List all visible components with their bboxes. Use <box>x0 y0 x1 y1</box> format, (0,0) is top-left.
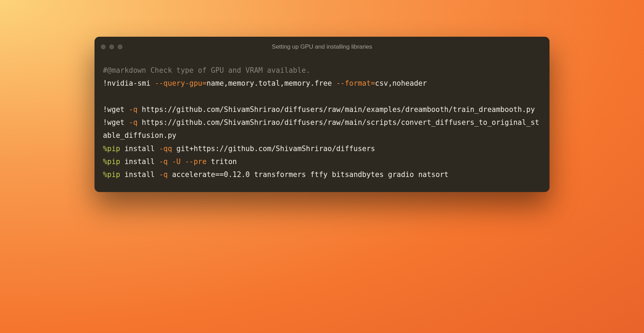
code-token: wget <box>107 105 129 114</box>
code-token: . <box>254 79 258 87</box>
code-token: transformers ftfy bitsandbytes gradio na… <box>250 170 449 179</box>
code-token: - <box>133 79 137 87</box>
code-token: ! <box>103 118 107 127</box>
code-flag: -q <box>129 118 138 127</box>
code-token: triton <box>206 157 237 166</box>
code-token: = <box>371 79 375 87</box>
code-content[interactable]: #@markdown Check type of GPU and VRAM av… <box>94 54 550 192</box>
code-url: https://github.com/ShivamShrirao/diffuse… <box>194 144 375 153</box>
code-flag: --format <box>336 79 371 87</box>
code-token: ! <box>103 105 107 114</box>
code-flag: -q <box>159 170 168 179</box>
code-token: install <box>120 144 159 153</box>
code-flag: -q <box>129 105 138 114</box>
code-flag: --pre <box>185 157 207 166</box>
code-token: install <box>120 170 159 179</box>
code-token: accelerate <box>168 170 215 179</box>
code-token: 0.12.0 <box>224 170 250 179</box>
code-url: https://github.com/ShivamShrirao/diffuse… <box>138 105 535 114</box>
code-token: + <box>189 144 194 153</box>
terminal-window: Setting up GPU and installing libraries … <box>94 37 550 192</box>
code-token: ! <box>103 79 107 87</box>
code-token: == <box>215 170 224 179</box>
code-url: https://github.com/ShivamShrirao/diffuse… <box>103 118 539 140</box>
code-token: = <box>202 79 206 87</box>
code-token: smi <box>138 79 155 87</box>
code-magic: %pip <box>103 170 120 179</box>
window-controls <box>101 44 122 49</box>
code-token <box>168 157 172 166</box>
code-flag: -qq <box>159 144 172 153</box>
code-magic: %pip <box>103 144 120 153</box>
code-token: nvidia <box>107 79 133 87</box>
code-token: git <box>172 144 189 153</box>
code-token: . <box>310 79 314 87</box>
code-token: total,memory <box>258 79 310 87</box>
code-token: wget <box>107 118 129 127</box>
code-token: free <box>315 79 336 87</box>
code-token: name,memory <box>206 79 254 87</box>
maximize-icon[interactable] <box>118 44 122 49</box>
code-token: install <box>120 157 159 166</box>
code-flag: -q <box>159 157 168 166</box>
window-title: Setting up GPU and installing libraries <box>94 43 550 50</box>
window-titlebar: Setting up GPU and installing libraries <box>94 37 550 54</box>
code-token <box>181 157 185 166</box>
code-comment: #@markdown Check type of GPU and VRAM av… <box>103 66 310 75</box>
code-flag: --query-gpu <box>155 79 202 87</box>
minimize-icon[interactable] <box>109 44 114 49</box>
code-flag: -U <box>172 157 181 166</box>
code-token: csv,noheader <box>375 79 427 87</box>
code-magic: %pip <box>103 157 120 166</box>
close-icon[interactable] <box>101 44 106 49</box>
